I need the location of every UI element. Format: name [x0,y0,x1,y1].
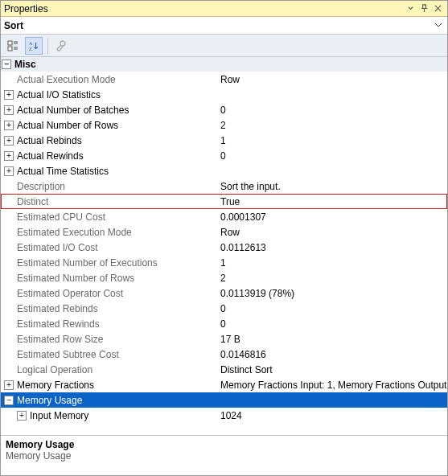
close-icon[interactable] [431,2,444,15]
property-pages-button[interactable] [53,37,71,55]
property-name-cell: Estimated CPU Cost [1,211,216,223]
property-name-cell: Estimated Number of Executions [1,257,216,269]
property-row[interactable]: Estimated CPU Cost0.0001307 [1,209,447,224]
property-name-cell: Input Memory [1,410,216,421]
property-row[interactable]: DescriptionSort the input. [1,178,447,194]
property-value[interactable]: 0 [216,303,447,314]
property-name-cell: Actual Number of Rows [1,120,216,131]
property-value[interactable]: 0.0113919 (78%) [216,288,447,299]
pin-icon[interactable] [417,2,430,15]
expand-toggle[interactable] [4,105,14,115]
category-label: Misc [14,59,36,70]
property-name-cell: Actual Rewinds [1,150,216,162]
categorized-button[interactable] [4,37,22,55]
property-value[interactable]: Distinct Sort [216,364,447,375]
property-row[interactable]: Actual Rebinds1 [1,133,447,148]
property-row[interactable]: Estimated I/O Cost0.0112613 [1,240,447,255]
property-name: Actual Rebinds [17,135,82,146]
property-row[interactable]: Actual Time Statistics [1,163,447,178]
property-row[interactable]: Estimated Rewinds0 [1,316,447,331]
property-row[interactable]: Actual Execution ModeRow [1,72,447,87]
property-row[interactable]: Estimated Subtree Cost0.0146816 [1,347,447,362]
toolbar: A Z [1,35,447,57]
expand-toggle[interactable] [4,90,14,100]
property-row[interactable]: Actual Number of Batches0 [1,102,447,117]
property-row[interactable]: Memory Usage [1,392,447,408]
property-name: Actual Number of Rows [17,120,118,131]
property-row[interactable]: Actual Rewinds0 [1,148,447,163]
property-name-cell: Estimated Rewinds [1,318,216,330]
property-name: Estimated Rewinds [17,318,100,330]
property-value[interactable]: Row [216,227,447,238]
property-name-cell: Description [1,181,216,192]
expand-toggle[interactable] [17,411,27,421]
property-name: Memory Usage [17,395,82,406]
property-name: Estimated I/O Cost [17,242,98,253]
property-name-cell: Estimated I/O Cost [1,242,216,253]
property-name: Actual Time Statistics [17,166,109,177]
property-value[interactable]: 17 B [216,334,447,345]
property-value[interactable]: Sort the input. [216,181,447,192]
property-row[interactable]: Estimated Number of Executions1 [1,255,447,270]
property-row[interactable]: Actual I/O Statistics [1,87,447,102]
property-value[interactable]: 0 [216,150,447,162]
property-name: Actual Number of Batches [17,105,129,116]
property-name-cell: Estimated Execution Mode [1,227,216,238]
property-name: Actual Rewinds [17,150,84,162]
property-value[interactable]: 2 [216,120,447,131]
property-value[interactable]: 1024 [216,410,447,421]
property-row[interactable]: Estimated Number of Rows2 [1,270,447,285]
property-row[interactable]: Estimated Rebinds0 [1,301,447,316]
property-row[interactable]: DistinctTrue [1,194,447,209]
expand-toggle[interactable] [2,60,11,69]
property-value[interactable]: 1 [216,135,447,146]
alphabetical-button[interactable]: A Z [25,37,43,55]
property-value[interactable]: 0 [216,318,447,330]
category-row[interactable]: Misc [1,57,447,72]
window-menu-icon[interactable] [404,2,417,15]
property-grid[interactable]: Misc Actual Execution ModeRowActual I/O … [1,57,447,435]
svg-text:Z: Z [29,47,32,51]
property-row[interactable]: Estimated Execution ModeRow [1,224,447,240]
property-value[interactable]: 2 [216,273,447,284]
expand-toggle[interactable] [4,380,14,390]
property-value[interactable]: Row [216,74,447,85]
property-name-cell: Actual Rebinds [1,135,216,146]
property-row[interactable]: Logical OperationDistinct Sort [1,362,447,377]
property-name-cell: Actual Time Statistics [1,166,216,177]
object-selector-label: Sort [4,20,23,31]
property-row[interactable]: Actual Number of Rows2 [1,117,447,133]
expand-toggle[interactable] [4,396,14,405]
property-row[interactable]: Memory FractionsMemory Fractions Input: … [1,377,447,392]
expand-toggle[interactable] [4,136,14,146]
property-name-cell: Estimated Operator Cost [1,288,216,299]
property-row[interactable]: Estimated Operator Cost0.0113919 (78%) [1,285,447,301]
property-name: Input Memory [30,410,88,421]
property-row[interactable]: Input Memory1024 [1,408,447,423]
property-name: Distinct [17,196,48,207]
properties-window: Properties Sort [0,0,448,476]
property-name: Estimated Operator Cost [17,288,123,299]
property-value[interactable]: 0.0146816 [216,349,447,360]
property-name: Estimated Subtree Cost [17,349,119,360]
svg-rect-1 [8,47,12,51]
property-name-cell: Memory Usage [1,395,216,406]
property-value[interactable]: 0.0001307 [216,211,447,223]
object-selector[interactable]: Sort [1,17,447,35]
property-value[interactable]: 1 [216,257,447,269]
property-name: Actual Execution Mode [17,74,116,85]
property-value[interactable]: Memory Fractions Input: 1, Memory Fracti… [216,380,447,391]
expand-toggle[interactable] [4,151,14,161]
expand-toggle[interactable] [4,121,14,130]
property-value[interactable]: 0 [216,105,447,116]
property-value[interactable]: True [216,196,447,207]
property-name-cell: Actual I/O Statistics [1,89,216,101]
property-name-cell: Actual Execution Mode [1,74,216,85]
property-value[interactable]: 0.0112613 [216,242,447,253]
dropdown-icon[interactable] [433,18,444,31]
window-title: Properties [4,3,403,14]
property-name-cell: Estimated Subtree Cost [1,349,216,360]
expand-toggle[interactable] [4,166,14,176]
property-name: Estimated Number of Rows [17,273,134,284]
property-row[interactable]: Estimated Row Size17 B [1,331,447,347]
